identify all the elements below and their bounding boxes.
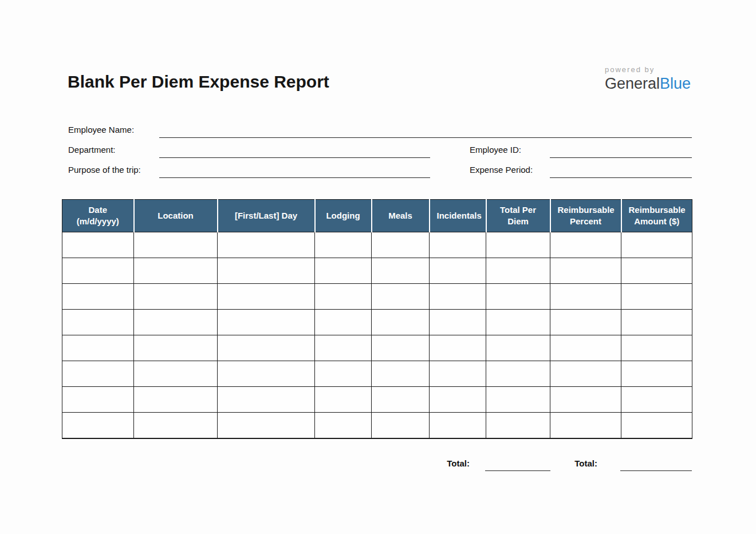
table-cell[interactable] <box>134 335 218 361</box>
table-cell[interactable] <box>550 335 621 361</box>
table-cell[interactable] <box>372 284 430 310</box>
table-row <box>62 361 692 387</box>
table-cell[interactable] <box>218 387 315 413</box>
table-cell[interactable] <box>372 361 430 387</box>
table-cell[interactable] <box>134 258 218 284</box>
table-cell[interactable] <box>218 232 315 258</box>
table-cell[interactable] <box>315 413 372 438</box>
table-cell[interactable] <box>218 284 315 310</box>
table-cell[interactable] <box>430 258 486 284</box>
table-cell[interactable] <box>486 284 550 310</box>
brand-general-text: General <box>605 75 660 92</box>
table-cell[interactable] <box>134 387 218 413</box>
department-input-line[interactable] <box>159 157 430 158</box>
table-cell[interactable] <box>62 335 134 361</box>
table-cell[interactable] <box>430 413 486 438</box>
table-cell[interactable] <box>218 335 315 361</box>
employee-name-label: Employee Name: <box>68 125 134 135</box>
purpose-of-trip-label: Purpose of the trip: <box>68 165 141 175</box>
per-diem-total-input-line[interactable] <box>485 470 550 471</box>
table-cell[interactable] <box>486 310 550 335</box>
powered-by-text: powered by <box>605 65 696 74</box>
table-cell[interactable] <box>550 258 621 284</box>
table-cell[interactable] <box>315 310 372 335</box>
table-cell[interactable] <box>486 232 550 258</box>
table-cell[interactable] <box>315 258 372 284</box>
expense-table-body <box>62 232 692 438</box>
column-header-8: Reimbursable Percent <box>550 200 621 232</box>
expense-period-label: Expense Period: <box>470 165 533 175</box>
table-cell[interactable] <box>62 413 134 438</box>
table-cell[interactable] <box>550 284 621 310</box>
table-cell[interactable] <box>430 387 486 413</box>
table-cell[interactable] <box>62 232 134 258</box>
table-cell[interactable] <box>430 335 486 361</box>
table-cell[interactable] <box>486 361 550 387</box>
table-cell[interactable] <box>486 258 550 284</box>
table-cell[interactable] <box>621 413 692 438</box>
table-cell[interactable] <box>430 232 486 258</box>
table-row <box>62 387 692 413</box>
reimbursable-total-input-line[interactable] <box>620 470 692 471</box>
table-row <box>62 258 692 284</box>
table-row <box>62 284 692 310</box>
expense-table-header: Date (m/d/yyyy)Location[First/Last] DayL… <box>62 200 692 232</box>
table-cell[interactable] <box>134 361 218 387</box>
header-row: Date (m/d/yyyy)Location[First/Last] DayL… <box>62 200 692 232</box>
expense-period-input-line[interactable] <box>550 177 692 178</box>
table-cell[interactable] <box>134 284 218 310</box>
column-header-1: Date (m/d/yyyy) <box>62 200 134 232</box>
table-cell[interactable] <box>486 335 550 361</box>
table-cell[interactable] <box>315 232 372 258</box>
table-cell[interactable] <box>430 284 486 310</box>
table-cell[interactable] <box>218 310 315 335</box>
table-cell[interactable] <box>550 232 621 258</box>
table-cell[interactable] <box>621 232 692 258</box>
document-page: Blank Per Diem Expense Report powered by… <box>0 0 756 534</box>
table-cell[interactable] <box>486 387 550 413</box>
table-cell[interactable] <box>62 361 134 387</box>
column-header-2: Location <box>134 200 218 232</box>
table-cell[interactable] <box>62 284 134 310</box>
table-cell[interactable] <box>621 361 692 387</box>
table-cell[interactable] <box>621 335 692 361</box>
table-cell[interactable] <box>372 310 430 335</box>
table-row <box>62 335 692 361</box>
table-cell[interactable] <box>134 310 218 335</box>
table-cell[interactable] <box>486 413 550 438</box>
table-cell[interactable] <box>550 361 621 387</box>
table-cell[interactable] <box>621 284 692 310</box>
table-cell[interactable] <box>218 413 315 438</box>
employee-id-input-line[interactable] <box>550 157 692 158</box>
table-cell[interactable] <box>430 310 486 335</box>
page-title: Blank Per Diem Expense Report <box>68 72 329 92</box>
table-cell[interactable] <box>372 232 430 258</box>
column-header-3: [First/Last] Day <box>218 200 315 232</box>
generalblue-logo: powered by GeneralBlue <box>605 65 696 93</box>
table-cell[interactable] <box>62 387 134 413</box>
table-cell[interactable] <box>550 413 621 438</box>
table-cell[interactable] <box>372 413 430 438</box>
table-cell[interactable] <box>372 387 430 413</box>
table-cell[interactable] <box>62 310 134 335</box>
table-cell[interactable] <box>315 335 372 361</box>
table-cell[interactable] <box>550 387 621 413</box>
table-cell[interactable] <box>134 232 218 258</box>
employee-id-label: Employee ID: <box>470 145 521 155</box>
table-cell[interactable] <box>218 258 315 284</box>
purpose-of-trip-input-line[interactable] <box>159 177 430 178</box>
table-cell[interactable] <box>315 284 372 310</box>
table-cell[interactable] <box>134 413 218 438</box>
table-cell[interactable] <box>372 258 430 284</box>
table-cell[interactable] <box>621 310 692 335</box>
employee-name-input-line[interactable] <box>159 137 692 138</box>
table-cell[interactable] <box>621 258 692 284</box>
table-cell[interactable] <box>315 361 372 387</box>
table-cell[interactable] <box>315 387 372 413</box>
table-cell[interactable] <box>430 361 486 387</box>
table-cell[interactable] <box>372 335 430 361</box>
table-cell[interactable] <box>550 310 621 335</box>
table-cell[interactable] <box>218 361 315 387</box>
table-cell[interactable] <box>62 258 134 284</box>
table-cell[interactable] <box>621 387 692 413</box>
